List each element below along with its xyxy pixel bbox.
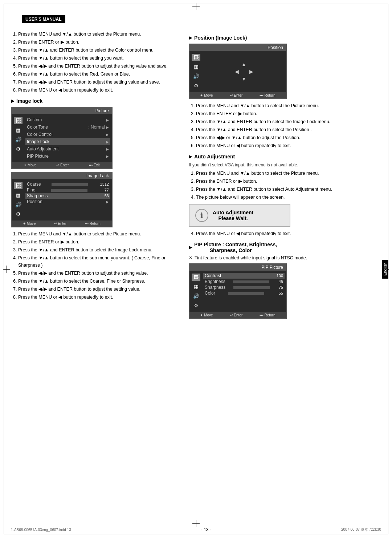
row-bar xyxy=(233,279,269,284)
step-item: Press the MENU and ▼/▲ button to select … xyxy=(196,102,381,109)
item-label: Color Tone xyxy=(27,124,48,130)
osd-icon-display4: ▦ xyxy=(192,283,200,290)
osd-imagelock-title: Image Lack xyxy=(12,173,112,179)
left-column: Press the MENU and ▼/▲ button to select … xyxy=(11,31,178,322)
item-value: : Normal ▶ xyxy=(88,124,109,130)
osd-row-fine: Fine 77 xyxy=(25,187,110,193)
osd-icon-audio4: 🔊 xyxy=(192,292,200,300)
osd-icon-display: ▦ xyxy=(14,126,23,134)
osd-item-autoadj: Auto Adjustment ▶ xyxy=(25,145,110,153)
osd-pip-title: PIP Picture xyxy=(189,264,286,271)
osd-icon-display2: ▦ xyxy=(14,191,23,199)
footer-exit: ▪▪▪ Exit xyxy=(89,163,100,167)
osd-icon-audio3: 🔊 xyxy=(192,73,200,80)
crosshair-left xyxy=(3,266,10,273)
arrow-icon: ▶ xyxy=(106,154,109,159)
step-item: Press the ▼/▲ and ENTER button to select… xyxy=(196,186,381,193)
osd-imagelock-items: Coarse 1312 Fine 77 Sharpness 53 xyxy=(25,181,110,218)
arrow-icon: ▶ xyxy=(106,146,109,152)
osd-row-sharpness: Sharpness 53 xyxy=(25,193,110,199)
step-item: Press the ◀/▶ and the ENTER button to ad… xyxy=(18,270,178,277)
osd-icon-settings: ⚙ xyxy=(14,145,23,153)
row-value: 45 xyxy=(279,279,283,284)
auto-adj-line1: Auto Adjustment xyxy=(213,210,253,215)
osd-menu-items: Custom ▶ Color Tone : Normal ▶ Color Con… xyxy=(25,116,110,160)
step-item: Press the MENU or ◀ button repeatedly to… xyxy=(196,142,381,149)
imagelock-steps2: Press the MENU and ▼/▲ button to select … xyxy=(11,230,178,301)
pip-heading: PIP Picture : Contrast, Brightness, Shar… xyxy=(189,242,381,253)
osd-icon-audio: 🔊 xyxy=(14,136,23,143)
osd-row-position: Position ▶ xyxy=(25,199,110,205)
arrow-up-icon: ▲ xyxy=(241,61,246,67)
row-value: 55 xyxy=(279,291,283,295)
item-label: Auto Adjustment xyxy=(27,146,58,152)
footer-return: ▪▪▪ Return xyxy=(260,93,275,97)
footer-enter: ↵ Enter xyxy=(230,93,243,97)
crosshair-bottom xyxy=(192,520,200,527)
step-item: Press the MENU and ▼/▲ button to select … xyxy=(18,230,178,238)
step-item: Press the ◀/▶ and the ENTER button to ad… xyxy=(18,62,178,70)
row-bar xyxy=(233,285,270,290)
osd-pos-footer: ✦ Move ↵ Enter ▪▪▪ Return xyxy=(189,92,286,98)
step-item: Press the ENTER or ▶ button. xyxy=(18,238,178,246)
osd-icon-settings3: ⚙ xyxy=(192,82,200,89)
row-value: 53 xyxy=(105,194,109,198)
pip-note-text: Tint feature is enabled while input sign… xyxy=(195,255,307,260)
step-item: Press the ▼/▲ button to select the Red, … xyxy=(18,70,178,78)
arrow-icon: ▶ xyxy=(106,117,109,123)
arrow-left-icon: ◀ xyxy=(235,69,239,74)
row-bar xyxy=(57,193,94,198)
row-label: Position xyxy=(27,199,42,204)
step-item: Press the ▼/▲ and ENTER button to select… xyxy=(18,46,178,54)
footer-move: ✦ Move xyxy=(200,93,213,97)
row-bar xyxy=(52,182,88,187)
position-arrows-area: ▲ ◀ ▶ ▼ xyxy=(203,53,285,90)
osd-icons: 🖼 ▦ 🔊 ⚙ xyxy=(13,116,23,160)
step-item: Press the MENU and ▼/▲ button to select … xyxy=(196,170,381,177)
item-label: Custom xyxy=(27,117,42,123)
osd-picture-title: Picture xyxy=(12,108,112,114)
step-item: Press the ◀/▶ and ENTER button to adjust… xyxy=(18,78,178,86)
info-icon: ℹ xyxy=(195,209,208,222)
osd-icon-picture3: 🖼 xyxy=(192,54,200,61)
arrow-icon: ▶ xyxy=(106,139,109,145)
footer-left: 1-AB68-00651A-03eng_0607.indd 13 xyxy=(11,528,71,532)
footer-right: 2007-06-07 오후 7:13:30 xyxy=(341,527,381,532)
footer-return: ▪▪▪ Return xyxy=(260,313,275,317)
arrow-icon: ▶ xyxy=(106,132,109,137)
language-tab: English xyxy=(382,259,388,278)
manual-header: USER'S MANUAL xyxy=(22,15,65,23)
step-item: Press the ENTER or ▶ button. xyxy=(196,178,381,185)
osd-item-custom: Custom ▶ xyxy=(25,116,110,124)
row-label: Contrast xyxy=(205,273,221,278)
osd-item-pip: PIP Picture ▶ xyxy=(25,153,110,160)
footer-move: ✦ Move xyxy=(23,222,36,226)
row-bar xyxy=(230,273,266,278)
image-lock-heading: Image lock xyxy=(11,98,178,104)
osd-row-color: Color 55 xyxy=(203,290,285,296)
osd-pip-items: Contrast 100 Brightness 45 Sharpness 75 xyxy=(203,273,285,310)
arrow-down-icon: ▼ xyxy=(241,76,246,82)
item-label: Image Lock xyxy=(27,138,49,145)
step-item: Press the ▼/▲ button to select the setti… xyxy=(18,54,178,62)
osd-icon-picture2: 🖼 xyxy=(14,182,23,189)
auto-adj-heading: Auto Adjustment xyxy=(189,154,381,159)
step-item: Press the MENU or ◀ button repeatedly to… xyxy=(196,230,381,237)
step-item: Press the ▼/▲ and ENTER button to select… xyxy=(196,126,381,133)
step-item: Press the MENU or ◀ button repeatedly to… xyxy=(18,294,178,301)
osd-pos-title: Position xyxy=(189,44,286,51)
row-label: Color xyxy=(205,291,215,296)
step-item: The picture below will appear on the scr… xyxy=(196,194,381,201)
step-item: Press the ◀/▶ and ENTER button to adjust… xyxy=(18,286,178,293)
right-column: Position (Image Lock) Position 🖼 ▦ 🔊 ⚙ ▲ xyxy=(189,31,381,322)
cross-mark: ✕ xyxy=(189,255,192,260)
page-number: - 13 - xyxy=(71,527,341,532)
main-content: Press the MENU and ▼/▲ button to select … xyxy=(11,31,381,322)
row-label: Fine xyxy=(27,187,35,193)
osd-icons3: 🖼 ▦ 🔊 ⚙ xyxy=(191,53,201,90)
pip-note-line: ✕ Tint feature is enabled while input si… xyxy=(189,255,381,260)
osd-row-coarse: Coarse 1312 xyxy=(25,181,110,187)
osd-imagelock-footer: ✦ Move ↵ Enter ▪▪▪ Return xyxy=(12,221,112,227)
arrow-icon: ▶ xyxy=(106,200,109,204)
row-value: 100 xyxy=(277,274,283,278)
